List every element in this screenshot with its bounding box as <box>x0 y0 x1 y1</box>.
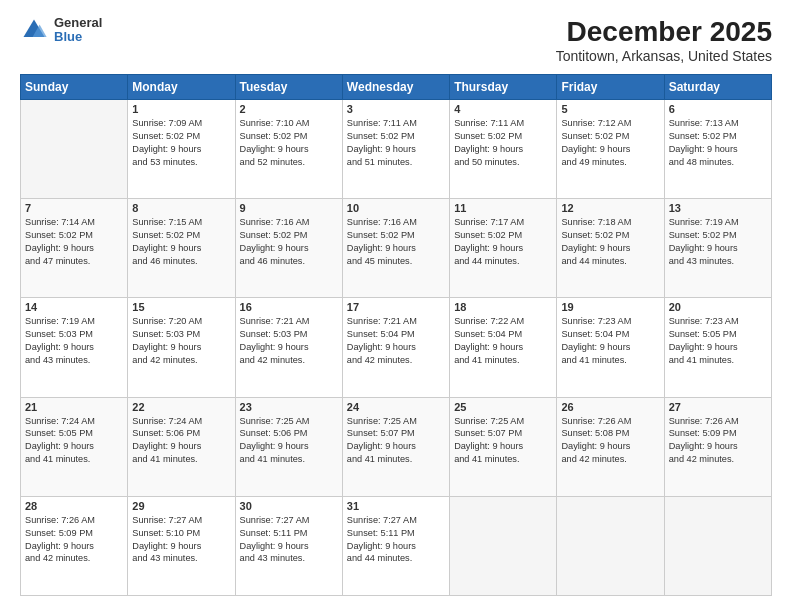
calendar-week-row: 14Sunrise: 7:19 AMSunset: 5:03 PMDayligh… <box>21 298 772 397</box>
day-info: Sunrise: 7:24 AMSunset: 5:06 PMDaylight:… <box>132 415 230 467</box>
title-block: December 2025 Tontitown, Arkansas, Unite… <box>556 16 772 64</box>
page-subtitle: Tontitown, Arkansas, United States <box>556 48 772 64</box>
calendar-day-cell: 5Sunrise: 7:12 AMSunset: 5:02 PMDaylight… <box>557 100 664 199</box>
day-number: 4 <box>454 103 552 115</box>
calendar-day-cell: 22Sunrise: 7:24 AMSunset: 5:06 PMDayligh… <box>128 397 235 496</box>
day-number: 9 <box>240 202 338 214</box>
day-number: 17 <box>347 301 445 313</box>
header: General Blue December 2025 Tontitown, Ar… <box>20 16 772 64</box>
day-info: Sunrise: 7:10 AMSunset: 5:02 PMDaylight:… <box>240 117 338 169</box>
calendar-week-row: 7Sunrise: 7:14 AMSunset: 5:02 PMDaylight… <box>21 199 772 298</box>
calendar-day-cell: 6Sunrise: 7:13 AMSunset: 5:02 PMDaylight… <box>664 100 771 199</box>
day-info: Sunrise: 7:15 AMSunset: 5:02 PMDaylight:… <box>132 216 230 268</box>
day-number: 16 <box>240 301 338 313</box>
calendar-day-cell: 10Sunrise: 7:16 AMSunset: 5:02 PMDayligh… <box>342 199 449 298</box>
calendar-day-cell: 11Sunrise: 7:17 AMSunset: 5:02 PMDayligh… <box>450 199 557 298</box>
logo-general-text: General <box>54 16 102 30</box>
day-info: Sunrise: 7:11 AMSunset: 5:02 PMDaylight:… <box>454 117 552 169</box>
day-number: 24 <box>347 401 445 413</box>
col-monday: Monday <box>128 75 235 100</box>
calendar-day-cell: 2Sunrise: 7:10 AMSunset: 5:02 PMDaylight… <box>235 100 342 199</box>
calendar-week-row: 21Sunrise: 7:24 AMSunset: 5:05 PMDayligh… <box>21 397 772 496</box>
calendar-day-cell: 12Sunrise: 7:18 AMSunset: 5:02 PMDayligh… <box>557 199 664 298</box>
day-info: Sunrise: 7:11 AMSunset: 5:02 PMDaylight:… <box>347 117 445 169</box>
day-info: Sunrise: 7:20 AMSunset: 5:03 PMDaylight:… <box>132 315 230 367</box>
calendar-day-cell <box>450 496 557 595</box>
day-info: Sunrise: 7:09 AMSunset: 5:02 PMDaylight:… <box>132 117 230 169</box>
calendar-day-cell: 21Sunrise: 7:24 AMSunset: 5:05 PMDayligh… <box>21 397 128 496</box>
col-friday: Friday <box>557 75 664 100</box>
day-info: Sunrise: 7:16 AMSunset: 5:02 PMDaylight:… <box>347 216 445 268</box>
day-number: 23 <box>240 401 338 413</box>
calendar-table: Sunday Monday Tuesday Wednesday Thursday… <box>20 74 772 596</box>
calendar-day-cell: 13Sunrise: 7:19 AMSunset: 5:02 PMDayligh… <box>664 199 771 298</box>
calendar-day-cell: 8Sunrise: 7:15 AMSunset: 5:02 PMDaylight… <box>128 199 235 298</box>
calendar-day-cell: 30Sunrise: 7:27 AMSunset: 5:11 PMDayligh… <box>235 496 342 595</box>
calendar-day-cell <box>21 100 128 199</box>
col-tuesday: Tuesday <box>235 75 342 100</box>
calendar-day-cell: 23Sunrise: 7:25 AMSunset: 5:06 PMDayligh… <box>235 397 342 496</box>
calendar-day-cell: 3Sunrise: 7:11 AMSunset: 5:02 PMDaylight… <box>342 100 449 199</box>
day-info: Sunrise: 7:12 AMSunset: 5:02 PMDaylight:… <box>561 117 659 169</box>
day-info: Sunrise: 7:16 AMSunset: 5:02 PMDaylight:… <box>240 216 338 268</box>
day-info: Sunrise: 7:19 AMSunset: 5:03 PMDaylight:… <box>25 315 123 367</box>
day-number: 18 <box>454 301 552 313</box>
logo: General Blue <box>20 16 102 45</box>
day-info: Sunrise: 7:24 AMSunset: 5:05 PMDaylight:… <box>25 415 123 467</box>
day-number: 20 <box>669 301 767 313</box>
calendar-day-cell: 25Sunrise: 7:25 AMSunset: 5:07 PMDayligh… <box>450 397 557 496</box>
day-number: 12 <box>561 202 659 214</box>
calendar-week-row: 1Sunrise: 7:09 AMSunset: 5:02 PMDaylight… <box>21 100 772 199</box>
day-info: Sunrise: 7:27 AMSunset: 5:10 PMDaylight:… <box>132 514 230 566</box>
col-sunday: Sunday <box>21 75 128 100</box>
calendar-day-cell: 4Sunrise: 7:11 AMSunset: 5:02 PMDaylight… <box>450 100 557 199</box>
calendar-day-cell: 9Sunrise: 7:16 AMSunset: 5:02 PMDaylight… <box>235 199 342 298</box>
calendar-day-cell: 18Sunrise: 7:22 AMSunset: 5:04 PMDayligh… <box>450 298 557 397</box>
day-number: 1 <box>132 103 230 115</box>
day-info: Sunrise: 7:25 AMSunset: 5:07 PMDaylight:… <box>347 415 445 467</box>
calendar-day-cell: 16Sunrise: 7:21 AMSunset: 5:03 PMDayligh… <box>235 298 342 397</box>
calendar-header-row: Sunday Monday Tuesday Wednesday Thursday… <box>21 75 772 100</box>
calendar-day-cell: 29Sunrise: 7:27 AMSunset: 5:10 PMDayligh… <box>128 496 235 595</box>
day-info: Sunrise: 7:22 AMSunset: 5:04 PMDaylight:… <box>454 315 552 367</box>
day-info: Sunrise: 7:19 AMSunset: 5:02 PMDaylight:… <box>669 216 767 268</box>
day-info: Sunrise: 7:26 AMSunset: 5:09 PMDaylight:… <box>669 415 767 467</box>
calendar-day-cell: 15Sunrise: 7:20 AMSunset: 5:03 PMDayligh… <box>128 298 235 397</box>
day-info: Sunrise: 7:25 AMSunset: 5:06 PMDaylight:… <box>240 415 338 467</box>
day-info: Sunrise: 7:27 AMSunset: 5:11 PMDaylight:… <box>347 514 445 566</box>
calendar-day-cell: 20Sunrise: 7:23 AMSunset: 5:05 PMDayligh… <box>664 298 771 397</box>
day-number: 10 <box>347 202 445 214</box>
calendar-day-cell: 31Sunrise: 7:27 AMSunset: 5:11 PMDayligh… <box>342 496 449 595</box>
col-thursday: Thursday <box>450 75 557 100</box>
day-number: 8 <box>132 202 230 214</box>
calendar-day-cell: 7Sunrise: 7:14 AMSunset: 5:02 PMDaylight… <box>21 199 128 298</box>
day-number: 25 <box>454 401 552 413</box>
calendar-day-cell <box>664 496 771 595</box>
day-number: 15 <box>132 301 230 313</box>
day-number: 11 <box>454 202 552 214</box>
day-number: 14 <box>25 301 123 313</box>
day-number: 29 <box>132 500 230 512</box>
day-number: 31 <box>347 500 445 512</box>
day-number: 3 <box>347 103 445 115</box>
day-number: 26 <box>561 401 659 413</box>
day-number: 2 <box>240 103 338 115</box>
day-number: 28 <box>25 500 123 512</box>
day-info: Sunrise: 7:27 AMSunset: 5:11 PMDaylight:… <box>240 514 338 566</box>
day-number: 6 <box>669 103 767 115</box>
day-number: 30 <box>240 500 338 512</box>
day-number: 7 <box>25 202 123 214</box>
day-number: 21 <box>25 401 123 413</box>
day-number: 22 <box>132 401 230 413</box>
page-title: December 2025 <box>556 16 772 48</box>
day-info: Sunrise: 7:21 AMSunset: 5:04 PMDaylight:… <box>347 315 445 367</box>
calendar-week-row: 28Sunrise: 7:26 AMSunset: 5:09 PMDayligh… <box>21 496 772 595</box>
calendar-day-cell: 19Sunrise: 7:23 AMSunset: 5:04 PMDayligh… <box>557 298 664 397</box>
calendar-day-cell: 27Sunrise: 7:26 AMSunset: 5:09 PMDayligh… <box>664 397 771 496</box>
day-info: Sunrise: 7:26 AMSunset: 5:08 PMDaylight:… <box>561 415 659 467</box>
calendar-day-cell: 26Sunrise: 7:26 AMSunset: 5:08 PMDayligh… <box>557 397 664 496</box>
day-info: Sunrise: 7:14 AMSunset: 5:02 PMDaylight:… <box>25 216 123 268</box>
col-saturday: Saturday <box>664 75 771 100</box>
logo-icon <box>20 16 48 44</box>
day-info: Sunrise: 7:23 AMSunset: 5:04 PMDaylight:… <box>561 315 659 367</box>
